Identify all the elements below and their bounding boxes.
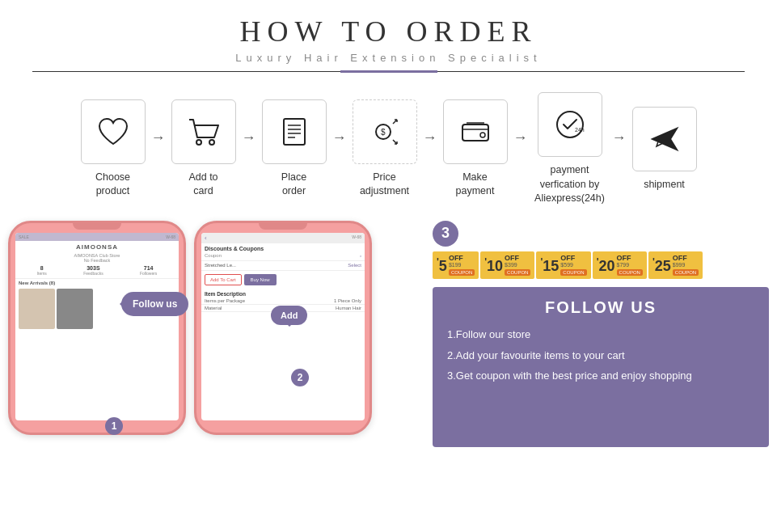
- follow-us-item-0: 1.Follow our store: [447, 327, 754, 343]
- arrow-4: →: [423, 129, 437, 146]
- p2-back: ‹: [205, 234, 207, 242]
- price-icon: $: [366, 113, 403, 150]
- p1-followers-lbl: Followers: [140, 271, 157, 276]
- phone1-screen: SALE W-68 AIMOONSA AIMOONSA Club Store N…: [15, 233, 179, 420]
- page-title: HOW TO ORDER: [0, 15, 777, 49]
- coupon-button[interactable]: COUPON: [560, 269, 586, 276]
- step-payment-verification: 24h payment verfication by Aliexpress(24…: [530, 92, 610, 206]
- coupon-item: '25 OFF $999 COUPON: [648, 251, 703, 280]
- phone1: SALE W-68 AIMOONSA AIMOONSA Club Store N…: [8, 221, 186, 435]
- p2-header: ‹ W-68: [201, 233, 365, 243]
- p2-item-desc: Item Description: [201, 289, 365, 298]
- p2-section-title: Discounts & Coupons: [201, 243, 365, 252]
- p2-desc-val-0: 1 Piece Only: [334, 298, 361, 303]
- coupon-off: OFF: [673, 255, 699, 263]
- coupon-right: OFF $399 COUPON: [505, 255, 530, 277]
- coupon-right: OFF $199 COUPON: [449, 255, 475, 277]
- coupon-button[interactable]: COUPON: [673, 269, 699, 276]
- arrow-3: →: [332, 129, 347, 146]
- step-add-to-card: Add to card: [167, 99, 240, 199]
- coupon-item: '20 OFF $799 COUPON: [593, 251, 647, 280]
- coupon-dollar: '20: [597, 257, 615, 273]
- coupon-button[interactable]: COUPON: [617, 269, 643, 276]
- wallet-icon: [457, 113, 494, 150]
- step-make-payment: Make payment: [439, 99, 512, 199]
- p2-coupon-arrow: ›: [360, 253, 361, 258]
- coupon-threshold: $799: [617, 262, 643, 268]
- svg-text:$: $: [381, 128, 386, 137]
- step-choose-product: Choose product: [77, 99, 150, 199]
- coupon-right: OFF $599 COUPON: [560, 255, 586, 277]
- list-icon: [276, 113, 313, 150]
- check24-icon-box: 24h: [538, 92, 602, 157]
- p1-stats: 8 Items 303S Feedbacks 714 Followers: [15, 263, 179, 279]
- coupon-button[interactable]: COUPON: [505, 269, 530, 276]
- follow-bubble: Follow us: [121, 292, 188, 316]
- p2-coupon-label: Coupon: [205, 253, 222, 258]
- p1-new-arrivals: New Arrivals (8): [15, 279, 179, 287]
- arrow-2: →: [242, 129, 256, 146]
- phone2-wrapper: ‹ W-68 Discounts & Coupons Coupon › Stre…: [194, 221, 372, 447]
- coupon-off: OFF: [617, 255, 643, 263]
- p1-feedbacks-lbl: Feedbacks: [83, 271, 103, 276]
- coupon-off: OFF: [449, 255, 475, 263]
- coupon-threshold: $399: [505, 262, 530, 268]
- p1-logo: AIMOONSA: [15, 241, 179, 253]
- coupon-dollar: '15: [540, 257, 559, 273]
- p2-desc-val-1: Human Hair: [336, 306, 361, 310]
- svg-point-0: [196, 140, 201, 145]
- p1-header: SALE W-68: [15, 233, 179, 241]
- plane-icon: [646, 120, 683, 158]
- p1-thumb1: [19, 289, 55, 329]
- heart-icon: [95, 113, 132, 150]
- p1-stat-followers: 714 Followers: [140, 265, 157, 276]
- p1-stat-items: 8 Items: [37, 265, 47, 276]
- steps-row: Choose product → Add to card → Place ord…: [0, 78, 777, 214]
- p2-add-to-cart-button[interactable]: Add To Cart: [205, 274, 242, 285]
- cart-icon-box: [171, 99, 236, 164]
- coupon-button[interactable]: COUPON: [449, 269, 475, 276]
- p2-stretched-label: Stretched Le...: [205, 263, 236, 268]
- coupon-threshold: $199: [449, 262, 475, 268]
- p1-feedbacks-val: 303S: [83, 265, 103, 271]
- check24-icon: 24h: [551, 106, 589, 143]
- p2-select-label: Select: [348, 263, 361, 268]
- coupon-strip: '5 OFF $199 COUPON '10 OFF $399 COUPON '…: [433, 251, 769, 280]
- coupon-item: '15 OFF $599 COUPON: [536, 251, 590, 280]
- right-panel: 3 '5 OFF $199 COUPON '10 OFF $399 COUPON: [429, 221, 777, 447]
- step-shipment: shipment: [628, 107, 701, 192]
- phone2: ‹ W-68 Discounts & Coupons Coupon › Stre…: [194, 221, 372, 435]
- p1-followers-val: 714: [140, 265, 157, 271]
- wallet-icon-box: [443, 99, 508, 164]
- list-icon-box: [262, 99, 327, 164]
- step-price-adjustment-label: Price adjustment: [360, 171, 409, 199]
- arrow-1: →: [151, 129, 166, 146]
- badge-2: 2: [291, 369, 309, 386]
- svg-point-1: [209, 140, 214, 145]
- svg-rect-2: [284, 119, 305, 145]
- p2-desc-key-1: Material: [205, 306, 222, 310]
- p1-stat-feedbacks: 303S Feedbacks: [83, 265, 103, 276]
- p2-buy-now-button[interactable]: Buy Now: [244, 274, 277, 285]
- coupon-item: '5 OFF $199 COUPON: [433, 251, 479, 280]
- bottom-section: SALE W-68 AIMOONSA AIMOONSA Club Store N…: [0, 221, 777, 447]
- step3-badge: 3: [433, 221, 458, 247]
- price-icon-box: $: [353, 99, 417, 164]
- arrow-6: →: [612, 129, 627, 146]
- choose-product-icon-box: [81, 99, 146, 164]
- coupon-dollar: '5: [437, 257, 447, 273]
- follow-us-title: FOLLOW US: [447, 298, 754, 317]
- coupon-threshold: $999: [673, 262, 699, 268]
- step-make-payment-label: Make payment: [456, 171, 495, 199]
- step-price-adjustment: $ Price adjustment: [348, 99, 421, 199]
- p2-desc-key-0: Items per Package: [205, 298, 245, 303]
- coupon-off: OFF: [560, 255, 586, 263]
- phone1-wrapper: SALE W-68 AIMOONSA AIMOONSA Club Store N…: [8, 221, 186, 447]
- header-divider: [32, 70, 745, 73]
- follow-us-item-2: 3.Get coupon with the best price and enj…: [447, 368, 754, 384]
- page-header: HOW TO ORDER Luxury Hair Extension Speci…: [0, 0, 777, 78]
- add-bubble: Add: [271, 306, 307, 325]
- p2-buttons: Add To Cart Buy Now: [201, 271, 365, 289]
- step-choose-product-label: Choose product: [95, 171, 130, 199]
- follow-us-box: FOLLOW US 1.Follow our store 2.Add your …: [433, 287, 769, 446]
